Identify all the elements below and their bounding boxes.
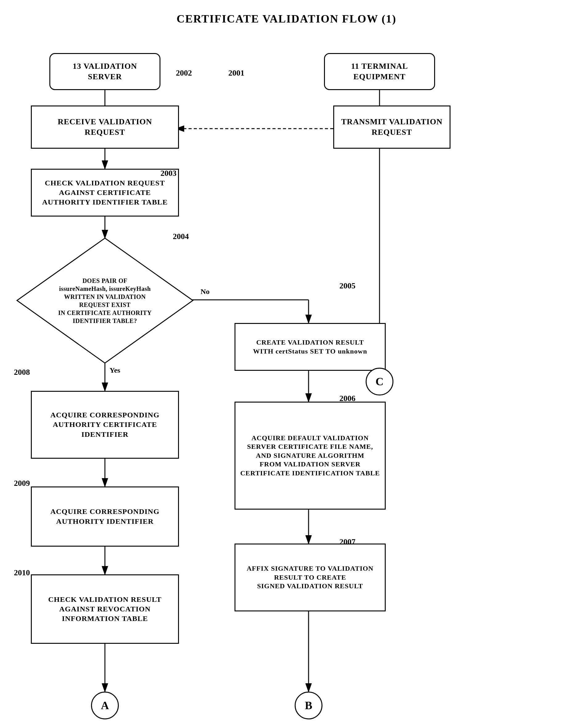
yes-label: Yes — [110, 366, 120, 375]
affix-signature-box: AFFIX SIGNATURE TO VALIDATION RESULT TO … — [235, 544, 386, 611]
ref-2008: 2008 — [14, 368, 30, 377]
diamond-does-pair-exist: DOES PAIR OF issureNameHash, issureKeyHa… — [15, 237, 194, 365]
ref-2004: 2004 — [173, 232, 189, 241]
validation-server-label: 13 VALIDATION SERVER — [49, 53, 160, 90]
ref-2001: 2001 — [228, 68, 244, 78]
acquire-auth-cert-identifier-box: ACQUIRE CORRESPONDING AUTHORITY CERTIFIC… — [31, 391, 179, 459]
ref-2009: 2009 — [14, 479, 30, 488]
transmit-validation-request-box: TRANSMIT VALIDATION REQUEST — [333, 106, 451, 149]
ref-2007: 2007 — [340, 537, 356, 547]
ref-2002: 2002 — [176, 68, 192, 78]
terminal-equipment-label: 11 TERMINAL EQUIPMENT — [324, 53, 435, 90]
ref-2010: 2010 — [14, 568, 30, 577]
terminal-a: A — [91, 691, 119, 719]
terminal-c: C — [366, 368, 394, 395]
receive-validation-request-box: RECEIVE VALIDATION REQUEST — [31, 106, 179, 149]
acquire-default-validation-box: ACQUIRE DEFAULT VALIDATION SERVER CERTIF… — [235, 402, 386, 510]
check-validation-request-box: CHECK VALIDATION REQUEST AGAINST CERTIFI… — [31, 169, 179, 217]
terminal-b: B — [295, 691, 322, 719]
page-title: CERTIFICATE VALIDATION FLOW (1) — [0, 0, 573, 35]
no-label: No — [201, 287, 210, 296]
create-validation-result-box: CREATE VALIDATION RESULT WITH certStatus… — [235, 323, 386, 371]
check-revocation-info-box: CHECK VALIDATION RESULT AGAINST REVOCATI… — [31, 574, 179, 644]
ref-2005: 2005 — [340, 281, 356, 291]
ref-2003: 2003 — [160, 169, 176, 178]
acquire-auth-identifier-box: ACQUIRE CORRESPONDING AUTHORITY IDENTIFI… — [31, 487, 179, 547]
ref-2006: 2006 — [340, 394, 356, 403]
